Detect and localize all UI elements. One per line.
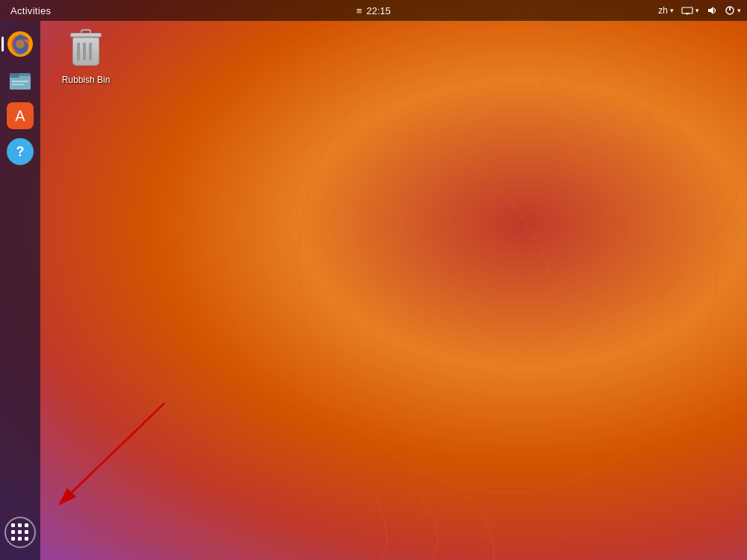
activities-button[interactable]: Activities — [6, 5, 55, 16]
power-chevron: ▾ — [737, 7, 741, 14]
panel-right: zh ▾ ▾ — [658, 4, 741, 16]
clock[interactable]: 22:15 — [367, 5, 391, 16]
svg-point-0 — [299, 30, 717, 493]
desktop-icons-area: Rubbish Bin — [52, 30, 120, 88]
panel-center: ≡ 22:15 — [356, 5, 391, 16]
svg-point-13 — [16, 40, 25, 49]
network-icon — [681, 4, 693, 16]
svg-marker-8 — [708, 7, 713, 14]
sound-icon — [707, 5, 717, 16]
svg-rect-15 — [10, 76, 31, 90]
software-center-icon: A — [7, 102, 34, 129]
dock-help[interactable]: ? — [4, 136, 36, 167]
svg-line-20 — [60, 403, 164, 504]
language-indicator[interactable]: zh ▾ — [658, 5, 674, 16]
network-indicator[interactable]: ▾ — [681, 4, 699, 16]
panel-left: Activities — [6, 5, 55, 16]
svg-line-4 — [40, 493, 209, 560]
svg-rect-18 — [12, 84, 24, 85]
red-arrow-annotation — [45, 396, 194, 515]
rubbish-bin-icon[interactable]: Rubbish Bin — [52, 30, 120, 88]
rubbish-bin-label: Rubbish Bin — [62, 75, 111, 85]
svg-rect-16 — [10, 73, 19, 78]
dock-firefox[interactable] — [4, 28, 36, 60]
svg-rect-17 — [12, 81, 28, 82]
desktop: Activities ≡ 22:15 zh ▾ ▾ — [0, 0, 747, 560]
help-icon: ? — [7, 138, 34, 165]
network-chevron: ▾ — [695, 7, 699, 14]
app-grid-button[interactable] — [4, 517, 36, 548]
files-icon — [6, 66, 34, 94]
top-panel: Activities ≡ 22:15 zh ▾ ▾ — [0, 0, 747, 21]
svg-line-3 — [40, 508, 224, 560]
firefox-icon — [6, 30, 34, 58]
sound-indicator[interactable] — [707, 5, 717, 16]
language-chevron: ▾ — [670, 7, 674, 14]
power-indicator[interactable]: ▾ — [725, 5, 741, 16]
menu-icon: ≡ — [356, 5, 362, 16]
svg-point-1 — [542, 26, 684, 168]
trash-icon-image — [68, 33, 104, 72]
svg-rect-5 — [682, 7, 692, 13]
power-icon — [725, 5, 735, 16]
svg-point-2 — [592, 66, 625, 99]
dock-software[interactable]: A — [4, 100, 36, 131]
dock-files[interactable] — [4, 64, 36, 96]
bottom-line-decoration — [40, 538, 747, 539]
grid-dots-icon — [11, 523, 29, 541]
dock: A ? — [0, 21, 40, 560]
